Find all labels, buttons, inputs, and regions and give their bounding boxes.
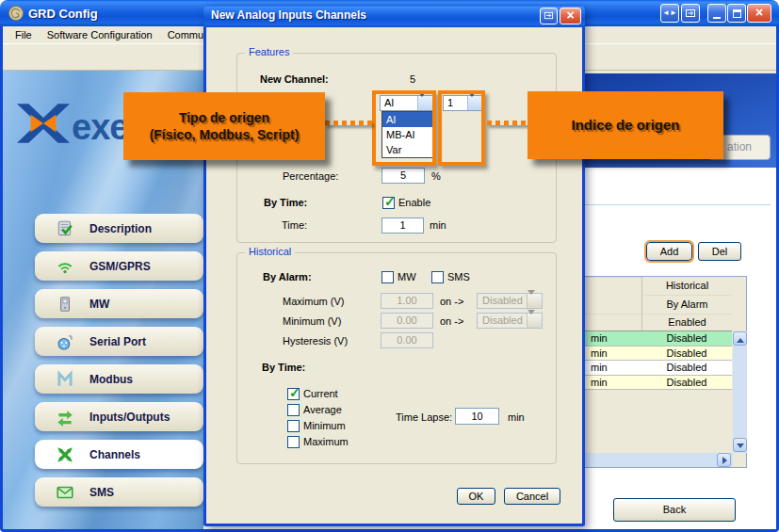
window-title: GRD Config: [28, 7, 98, 21]
add-button[interactable]: Add: [646, 242, 692, 261]
maximum-label: Maximum (V): [283, 296, 344, 307]
time-label: Time:: [282, 219, 307, 231]
row-historical: Disabled: [641, 347, 732, 360]
maximum-select[interactable]: Disabled: [477, 293, 543, 309]
dialog-close-button[interactable]: ×: [560, 8, 581, 24]
callout-text: Indice de origen: [571, 117, 679, 134]
close-button[interactable]: ×: [747, 4, 771, 23]
sidebar-item-modbus[interactable]: Modbus: [35, 364, 203, 394]
exemys-logo-icon: [17, 104, 70, 143]
callout-source-type: Tipo de origen (Físico, Modbus, Script): [123, 92, 325, 160]
app-shell-icon: [8, 5, 24, 22]
back-button[interactable]: Back: [613, 498, 736, 522]
detach-window-button[interactable]: [681, 4, 700, 23]
new-channel-value: 5: [410, 73, 415, 85]
minimum-select-value: Disabled: [482, 314, 523, 326]
minimize-icon: [713, 17, 721, 19]
historical-legend: Historical: [245, 246, 295, 257]
historical-group: Historical: [236, 252, 557, 464]
minimum-select[interactable]: Disabled: [477, 313, 543, 329]
maximum-on-label: on ->: [440, 296, 463, 307]
gsm-signal-icon: [56, 257, 74, 276]
row-historical: Disabled: [641, 331, 732, 346]
minimize-button[interactable]: [707, 4, 726, 23]
screen: GRD Config ◄► × File Software Configurat…: [0, 0, 779, 532]
row-historical: Disabled: [641, 376, 732, 389]
sidebar-item-sms[interactable]: SMS: [35, 477, 203, 507]
split-view-button[interactable]: ◄►: [660, 4, 679, 23]
minimum-checkbox[interactable]: ✓: [287, 420, 300, 432]
sidebar-item-channels[interactable]: Channels: [35, 440, 203, 469]
mw-checkbox[interactable]: ✓: [381, 271, 394, 283]
callout-text-line2: (Físico, Modbus, Script): [150, 126, 300, 143]
hysteresis-input[interactable]: 0.00: [381, 332, 433, 348]
sidebar-item-label: Channels: [89, 448, 140, 461]
chevron-down-icon: [527, 310, 535, 330]
logo-text: exe: [72, 107, 128, 148]
historical-by-time-label: By Time:: [262, 362, 305, 373]
minimum-label: Minimum (V): [283, 315, 341, 327]
average-checkbox[interactable]: ✓: [287, 404, 300, 416]
by-alarm-label: By Alarm:: [263, 271, 312, 282]
vertical-scrollbar[interactable]: [733, 331, 747, 453]
enable-checkbox[interactable]: ✓: [382, 197, 395, 209]
grid-header-enabled: Enabled: [642, 314, 732, 332]
by-time-label: By Time:: [264, 197, 307, 208]
mw-label: MW: [398, 271, 416, 282]
annotation-rect-source-index: [438, 90, 485, 166]
minimum-on-label: on ->: [440, 315, 463, 327]
del-button[interactable]: Del: [698, 242, 741, 261]
minimum-checkbox-label: Minimum: [303, 420, 346, 431]
serial-port-icon: [56, 332, 74, 351]
current-label: Current: [303, 388, 338, 399]
sms-checkbox[interactable]: ✓: [431, 271, 444, 283]
detach-window-icon: [544, 10, 554, 21]
sidebar-item-label: Modbus: [89, 373, 133, 386]
sidebar-item-gsm-gprs[interactable]: GSM/GPRS: [35, 251, 203, 281]
sidebar-item-label: MW: [89, 298, 109, 311]
callout-text-line1: Tipo de origen: [179, 109, 269, 126]
detach-window-icon: [685, 8, 696, 19]
sidebar-item-label: Description: [89, 222, 152, 235]
grid-header-historical: Historical: [642, 277, 732, 296]
scroll-up-button[interactable]: [733, 331, 747, 346]
maximize-icon: [733, 9, 741, 18]
enable-label: Enable: [398, 197, 430, 208]
combo-arrow-button: [527, 314, 542, 328]
dialog-titlebar: New Analog Inputs Channels ×: [203, 5, 585, 27]
channels-icon: [56, 445, 74, 464]
ok-button[interactable]: OK: [457, 488, 495, 505]
time-unit: min: [430, 219, 446, 231]
sidebar-item-inputs-outputs[interactable]: Inputs/Outputs: [35, 402, 203, 431]
time-lapse-input[interactable]: 10: [455, 408, 499, 425]
annotation-dotted-line-left: [325, 121, 372, 125]
mw-device-icon: [56, 295, 74, 314]
sidebar-item-description[interactable]: Description: [35, 214, 203, 243]
time-input[interactable]: 1: [381, 218, 424, 234]
time-lapse-unit: min: [508, 411, 525, 423]
sms-label: SMS: [447, 271, 470, 282]
sidebar-item-label: Serial Port: [89, 335, 146, 348]
maximize-button[interactable]: [727, 4, 746, 23]
sidebar-item-label: GSM/GPRS: [89, 260, 151, 273]
callout-source-index: Indice de origen: [527, 91, 723, 159]
chevron-down-icon: [527, 290, 535, 310]
percentage-input[interactable]: 5: [381, 168, 425, 184]
menu-file[interactable]: File: [8, 27, 40, 42]
menu-software-configuration[interactable]: Software Configuration: [40, 27, 160, 42]
modbus-icon: [56, 370, 74, 389]
grid-column-divider: [641, 277, 642, 331]
sidebar-item-serial-port[interactable]: Serial Port: [35, 327, 203, 356]
current-checkbox[interactable]: ✓: [287, 388, 300, 400]
combo-arrow-button: [527, 294, 542, 308]
sidebar-item-mw[interactable]: MW: [35, 289, 203, 318]
minimum-input[interactable]: 0.00: [381, 313, 433, 329]
cancel-button[interactable]: Cancel: [504, 488, 560, 505]
hysteresis-label: Hysteresis (V): [283, 335, 348, 347]
maximum-checkbox[interactable]: ✓: [287, 436, 300, 448]
scroll-right-button[interactable]: [717, 453, 731, 467]
scroll-down-button[interactable]: [733, 438, 747, 452]
maximum-input[interactable]: 1.00: [381, 293, 433, 309]
time-lapse-label: Time Lapse:: [396, 411, 452, 423]
dialog-detach-button[interactable]: [540, 8, 558, 24]
